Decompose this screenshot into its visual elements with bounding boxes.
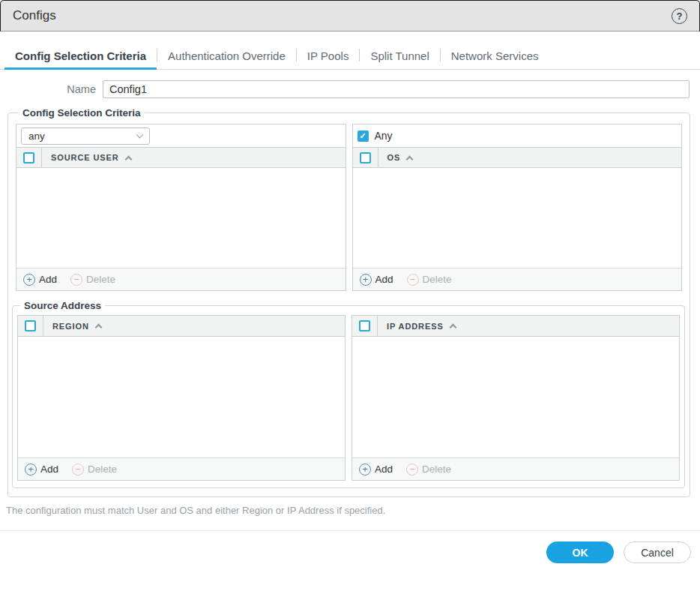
os-column-label: OS: [387, 153, 401, 162]
delete-icon: −: [407, 274, 419, 286]
region-delete-button[interactable]: − Delete: [72, 464, 117, 476]
tab-bar: Config Selection Criteria Authentication…: [0, 32, 700, 70]
os-column-header[interactable]: OS: [378, 148, 413, 167]
add-icon: +: [23, 274, 35, 286]
region-table-header: REGION: [18, 316, 345, 337]
config-match-note: The configuration must match User and OS…: [6, 505, 690, 516]
region-panel: REGION + Add − Delete: [17, 315, 346, 481]
source-user-select-all-cell: [16, 148, 42, 167]
tab-network-services[interactable]: Network Services: [441, 45, 549, 69]
user-os-panels: any SOURCE USER +: [16, 124, 682, 291]
os-table-body: [353, 168, 682, 268]
add-icon: +: [360, 274, 372, 286]
name-label: Name: [0, 83, 103, 95]
os-add-button[interactable]: + Add: [360, 274, 393, 286]
region-column-label: REGION: [52, 322, 89, 331]
source-user-match-dropdown[interactable]: any: [21, 128, 150, 145]
delete-button-label: Delete: [86, 274, 115, 285]
source-user-column-label: SOURCE USER: [51, 153, 119, 162]
action-bar: OK Cancel: [0, 530, 700, 563]
ip-address-select-all-checkbox[interactable]: [359, 320, 370, 332]
tab-authentication-override[interactable]: Authentication Override: [157, 45, 296, 69]
ok-button[interactable]: OK: [546, 542, 614, 563]
ip-address-table-body: [352, 337, 679, 458]
source-user-table-body: [16, 168, 346, 268]
source-user-column-header[interactable]: SOURCE USER: [42, 148, 131, 167]
sort-ascending-icon: [124, 155, 132, 163]
ip-address-table-header: IP ADDRESS: [352, 316, 679, 337]
add-button-label: Add: [375, 274, 393, 285]
delete-icon: −: [70, 274, 82, 286]
os-panel: ✓ Any OS + Add: [352, 124, 683, 291]
source-user-select-all-checkbox[interactable]: [23, 152, 34, 164]
source-user-match-value: any: [28, 130, 45, 142]
configs-dialog: Configs ? Config Selection Criteria Auth…: [0, 0, 700, 597]
sort-ascending-icon: [449, 324, 456, 332]
region-select-all-checkbox[interactable]: [25, 320, 36, 332]
source-user-match-row: any: [16, 124, 346, 147]
source-user-panel: any SOURCE USER +: [16, 124, 346, 291]
ip-address-select-all-cell: [352, 316, 378, 336]
os-table-footer: + Add − Delete: [353, 268, 682, 290]
add-button-label: Add: [39, 274, 57, 285]
source-address-legend: Source Address: [20, 300, 105, 311]
add-button-label: Add: [375, 464, 393, 475]
region-select-all-cell: [18, 316, 43, 336]
config-selection-criteria-legend: Config Selection Criteria: [19, 107, 145, 118]
ip-address-column-header[interactable]: IP ADDRESS: [378, 316, 456, 336]
dialog-title: Configs: [13, 8, 56, 23]
tab-ip-pools[interactable]: IP Pools: [297, 45, 360, 69]
region-column-header[interactable]: REGION: [43, 316, 101, 336]
region-add-button[interactable]: + Add: [25, 464, 58, 476]
name-row: Name: [0, 80, 690, 98]
cancel-button[interactable]: Cancel: [624, 542, 691, 563]
os-select-all-cell: [353, 148, 378, 167]
region-table-body: [18, 337, 345, 458]
ip-address-column-label: IP ADDRESS: [387, 322, 444, 331]
tab-config-selection-criteria[interactable]: Config Selection Criteria: [4, 45, 157, 70]
source-user-table-footer: + Add − Delete: [16, 268, 346, 290]
sort-ascending-icon: [94, 324, 102, 332]
delete-button-label: Delete: [423, 274, 452, 285]
source-user-add-button[interactable]: + Add: [23, 274, 57, 286]
ip-address-add-button[interactable]: + Add: [359, 464, 393, 476]
add-button-label: Add: [40, 464, 58, 475]
region-table-footer: + Add − Delete: [18, 458, 345, 480]
ip-address-table-footer: + Add − Delete: [352, 458, 679, 480]
os-any-label: Any: [375, 130, 393, 142]
add-icon: +: [359, 464, 371, 476]
os-any-row: ✓ Any: [353, 124, 682, 147]
chevron-down-icon: [136, 130, 144, 138]
source-user-table-header: SOURCE USER: [16, 147, 346, 168]
add-icon: +: [25, 464, 37, 476]
ip-address-panel: IP ADDRESS + Add − Delete: [351, 315, 680, 481]
delete-button-label: Delete: [422, 464, 451, 475]
dialog-titlebar: Configs ?: [0, 0, 700, 32]
os-table-header: OS: [353, 147, 682, 168]
name-input[interactable]: [103, 80, 690, 98]
tab-split-tunnel[interactable]: Split Tunnel: [360, 45, 439, 69]
help-icon[interactable]: ?: [672, 8, 687, 24]
delete-icon: −: [406, 464, 418, 476]
ip-address-delete-button[interactable]: − Delete: [406, 464, 451, 476]
delete-button-label: Delete: [88, 464, 117, 475]
delete-icon: −: [72, 464, 84, 476]
config-selection-criteria-group: Config Selection Criteria any SOURCE USE…: [7, 107, 690, 497]
os-any-checkbox[interactable]: ✓: [357, 130, 369, 142]
os-delete-button[interactable]: − Delete: [407, 274, 452, 286]
source-address-group: Source Address REGION: [12, 300, 685, 488]
source-user-delete-button[interactable]: − Delete: [70, 274, 115, 286]
os-select-all-checkbox[interactable]: [360, 152, 371, 164]
sort-ascending-icon: [406, 155, 414, 163]
region-ip-panels: REGION + Add − Delete: [17, 315, 680, 481]
